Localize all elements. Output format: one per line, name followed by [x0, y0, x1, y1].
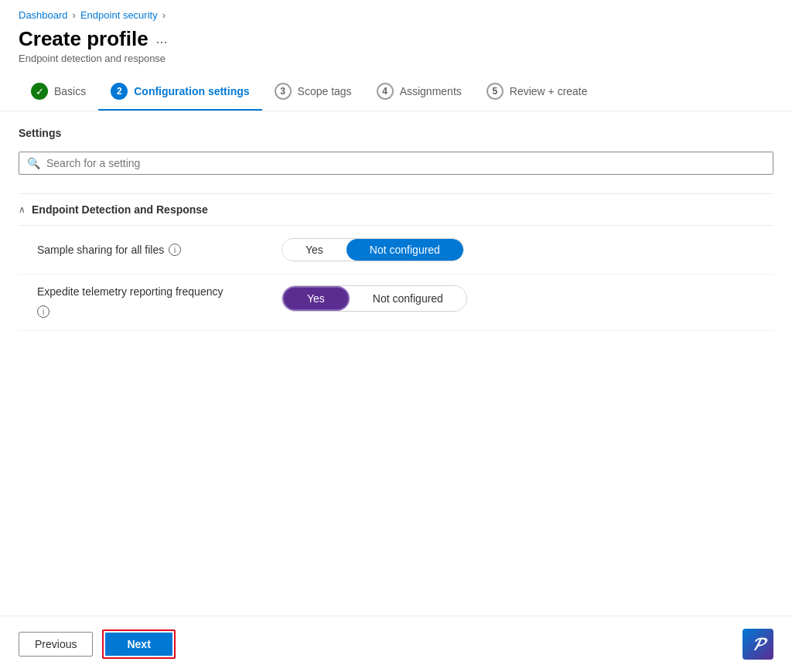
page-header: Create profile ... Endpoint detection an… — [0, 24, 792, 73]
tab-configuration-label: Configuration settings — [134, 85, 249, 97]
wizard-tabs: ✓ Basics 2 Configuration settings 3 Scop… — [0, 73, 792, 111]
main-content: Settings 🔍 ∧ Endpoint Detection and Resp… — [0, 111, 792, 616]
sample-sharing-yes-option[interactable]: Yes — [282, 239, 346, 261]
tab-review-number: 5 — [486, 83, 504, 100]
search-box[interactable]: 🔍 — [19, 152, 773, 175]
search-input[interactable] — [46, 157, 765, 169]
tab-assignments[interactable]: 4 Assignments — [364, 73, 474, 111]
expedite-telemetry-notconfigured-option[interactable]: Not configured — [350, 286, 466, 311]
page-title: Create profile — [19, 27, 148, 51]
basics-check-icon: ✓ — [31, 83, 48, 100]
tab-scope-number: 3 — [275, 83, 292, 100]
tab-assignments-label: Assignments — [400, 85, 462, 97]
tab-review[interactable]: 5 Review + create — [474, 73, 600, 111]
expedite-telemetry-label: Expedite telemetry reporting frequency — [37, 285, 223, 298]
edr-section-header[interactable]: ∧ Endpoint Detection and Response — [19, 193, 773, 226]
purepoint-logo: 𝓟 — [742, 629, 773, 660]
sample-sharing-label: Sample sharing for all files — [37, 244, 164, 256]
expedite-telemetry-name: Expedite telemetry reporting frequency i — [37, 285, 269, 318]
next-button-wrapper: Next — [102, 629, 175, 659]
tab-basics-label: Basics — [54, 85, 86, 97]
sample-sharing-notconfigured-option[interactable]: Not configured — [346, 239, 463, 261]
breadcrumb: Dashboard › Endpoint security › — [0, 0, 792, 24]
sample-sharing-row: Sample sharing for all files i Yes Not c… — [19, 226, 773, 275]
tab-basics[interactable]: ✓ Basics — [19, 73, 98, 111]
section-chevron-icon: ∧ — [19, 204, 26, 215]
settings-heading: Settings — [19, 127, 773, 139]
search-icon: 🔍 — [27, 157, 40, 169]
breadcrumb-sep1: › — [73, 9, 76, 21]
page-subtitle: Endpoint detection and response — [19, 53, 773, 64]
next-button[interactable]: Next — [105, 633, 172, 656]
expedite-telemetry-info-icon[interactable]: i — [37, 305, 50, 318]
footer: Previous Next 𝓟 — [0, 616, 792, 672]
breadcrumb-dashboard[interactable]: Dashboard — [19, 9, 68, 21]
expedite-telemetry-yes-option[interactable]: Yes — [282, 286, 350, 311]
tab-configuration[interactable]: 2 Configuration settings — [98, 73, 261, 111]
sample-sharing-info-icon[interactable]: i — [169, 244, 181, 256]
expedite-telemetry-toggle[interactable]: Yes Not configured — [282, 285, 467, 312]
expedite-telemetry-row: Expedite telemetry reporting frequency i… — [19, 275, 773, 331]
page-options-button[interactable]: ... — [156, 31, 168, 47]
sample-sharing-name: Sample sharing for all files i — [37, 244, 269, 256]
section-title: Endpoint Detection and Response — [32, 203, 208, 216]
sample-sharing-toggle[interactable]: Yes Not configured — [282, 238, 464, 261]
tab-review-label: Review + create — [510, 85, 588, 97]
tab-scope-label: Scope tags — [298, 85, 352, 97]
tab-assignments-number: 4 — [377, 83, 394, 100]
tab-scope-tags[interactable]: 3 Scope tags — [262, 73, 364, 111]
previous-button[interactable]: Previous — [19, 632, 93, 657]
breadcrumb-endpoint-security[interactable]: Endpoint security — [80, 9, 158, 21]
breadcrumb-sep2: › — [162, 9, 166, 21]
tab-configuration-number: 2 — [111, 83, 128, 100]
footer-nav-buttons: Previous Next — [19, 629, 176, 659]
